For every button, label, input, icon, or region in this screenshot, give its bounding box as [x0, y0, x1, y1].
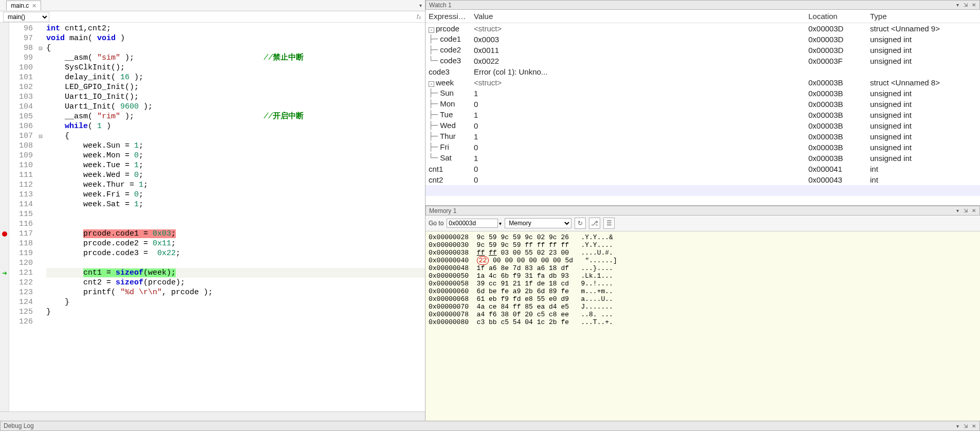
tree-expander-icon[interactable]: -: [429, 81, 434, 87]
memory-title: Memory 1: [429, 207, 456, 214]
watch-col-loc[interactable]: Location: [805, 10, 867, 23]
watch-row[interactable]: cnt100x000041int: [426, 164, 980, 174]
watch-row[interactable]: -week<struct>0x00003Bstruct <Unnamed 8>: [426, 77, 980, 88]
panel-close-icon[interactable]: ✕: [970, 2, 977, 8]
function-selector[interactable]: main(): [3, 12, 49, 22]
memory-context-select[interactable]: Memory: [505, 218, 571, 228]
watch-col-value[interactable]: Value: [471, 10, 805, 23]
tab-overflow-icon[interactable]: ▾: [419, 3, 422, 8]
memory-format-button[interactable]: ⎇: [589, 218, 600, 229]
function-bar: main() f₀: [0, 11, 425, 23]
watch-col-type[interactable]: Type: [867, 10, 980, 23]
watch-row[interactable]: ├─ Sun10x00003Bunsigned int: [426, 88, 980, 99]
watch-row[interactable]: └─ Sat10x00003Bunsigned int: [426, 153, 980, 164]
watch-row[interactable]: ├─ Fri00x00003Bunsigned int: [426, 142, 980, 153]
file-tab[interactable]: main.c ✕: [6, 1, 41, 10]
memory-panel: Memory 1 ▾ ⇲ ✕ Go to ▾ Memory ↻ ⎇: [426, 206, 980, 421]
goto-input[interactable]: [447, 219, 498, 228]
panel-pin-icon[interactable]: ⇲: [962, 2, 969, 8]
memory-hex-view[interactable]: 0x00000028 9c 59 9c 59 9c 02 9c 26 .Y.Y.…: [426, 231, 980, 421]
watch-panel-header[interactable]: Watch 1 ▾ ⇲ ✕: [426, 0, 980, 10]
fold-gutter[interactable]: ⊟⊟: [37, 23, 44, 411]
watch-row[interactable]: cnt200x000043int: [426, 174, 980, 185]
code-editor-panel: main.c ✕ ▾ main() f₀ ➔ 96979899100101102…: [0, 0, 426, 421]
memory-panel-header[interactable]: Memory 1 ▾ ⇲ ✕: [426, 206, 980, 215]
debug-log-panel[interactable]: Debug Log ▾ ⇲ ✕: [0, 421, 980, 431]
panel-pin-icon[interactable]: ⇲: [962, 208, 969, 213]
watch-row[interactable]: └─ code30x00220x00003Funsigned int: [426, 56, 980, 66]
panel-menu-icon[interactable]: ▾: [954, 208, 961, 213]
panel-pin-icon[interactable]: ⇲: [962, 423, 969, 429]
watch-table[interactable]: Expressi… Value Location Type -prcode<st…: [426, 10, 980, 205]
watch-row[interactable]: ├─ Thur10x00003Bunsigned int: [426, 131, 980, 142]
file-tab-label: main.c: [11, 2, 29, 9]
panel-menu-icon[interactable]: ▾: [954, 423, 961, 429]
memory-settings-button[interactable]: ☰: [603, 218, 615, 229]
close-tab-icon[interactable]: ✕: [32, 3, 36, 9]
watch-row[interactable]: ├─ code20x00110x00003Dunsigned int: [426, 45, 980, 56]
watch-row[interactable]: code3Error (col 1): Unkno...: [426, 66, 980, 77]
tree-expander-icon[interactable]: -: [429, 27, 434, 33]
panel-menu-icon[interactable]: ▾: [954, 2, 961, 8]
debug-log-title: Debug Log: [4, 422, 34, 429]
panel-close-icon[interactable]: ✕: [970, 423, 977, 429]
watch-row[interactable]: ├─ Tue10x00003Bunsigned int: [426, 110, 980, 120]
line-number-gutter: 9697989910010110210310410510610710810911…: [9, 23, 37, 411]
watch-row[interactable]: -prcode<struct>0x00003Dstruct <Unnamed 9…: [426, 23, 980, 34]
watch-row[interactable]: ├─ Wed00x00003Bunsigned int: [426, 120, 980, 131]
code-text[interactable]: int cnt1,cnt2;void main( void ){ __asm( …: [44, 23, 425, 411]
watch-add-row[interactable]: [426, 185, 980, 196]
code-area[interactable]: ➔ 96979899100101102103104105106107108109…: [0, 23, 425, 411]
horizontal-scrollbar[interactable]: [0, 411, 425, 421]
editor-tab-strip: main.c ✕ ▾: [0, 0, 425, 11]
watch-row[interactable]: ├─ Mon00x00003Bunsigned int: [426, 99, 980, 110]
breakpoint-gutter[interactable]: ➔: [0, 23, 9, 411]
watch-row[interactable]: ├─ code10x00030x00003Dunsigned int: [426, 34, 980, 45]
watch-col-expr[interactable]: Expressi…: [426, 10, 471, 23]
memory-refresh-button[interactable]: ↻: [575, 218, 586, 229]
panel-close-icon[interactable]: ✕: [970, 208, 977, 213]
watch-panel: Watch 1 ▾ ⇲ ✕ Expressi… Value Location: [426, 0, 980, 206]
goto-label: Go to: [429, 220, 443, 227]
function-marker: f₀: [417, 13, 421, 21]
watch-title: Watch 1: [429, 2, 452, 9]
memory-toolbar: Go to ▾ Memory ↻ ⎇ ☰: [426, 215, 980, 231]
